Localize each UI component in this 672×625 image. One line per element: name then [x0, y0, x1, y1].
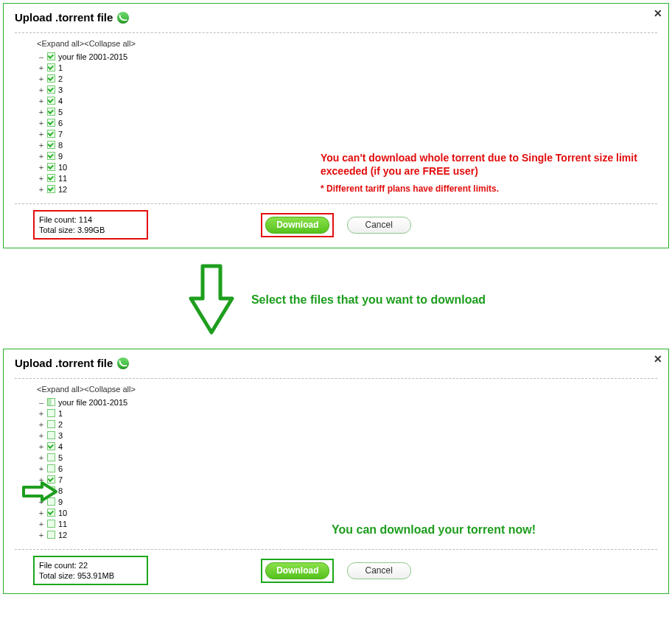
- checkbox[interactable]: [47, 420, 55, 428]
- expand-toggle[interactable]: +: [37, 453, 46, 462]
- down-arrow-icon: [186, 263, 237, 337]
- expand-toggle[interactable]: +: [37, 174, 46, 183]
- checkbox[interactable]: [47, 152, 55, 160]
- tree-item: +7: [37, 474, 657, 485]
- app-icon: [117, 12, 129, 24]
- tree-root-row: – your file 2001-2015: [37, 397, 657, 408]
- app-icon: [117, 357, 129, 369]
- expand-toggle[interactable]: +: [37, 108, 46, 116]
- download-button[interactable]: Download: [265, 217, 329, 234]
- expand-toggle[interactable]: +: [37, 185, 46, 194]
- tree-item: +5: [37, 452, 657, 463]
- root-label: your file 2001-2015: [58, 398, 127, 407]
- expand-toggle[interactable]: +: [37, 431, 46, 440]
- expand-toggle[interactable]: +: [37, 509, 46, 517]
- checkbox[interactable]: [47, 141, 55, 149]
- expand-toggle[interactable]: +: [37, 141, 46, 150]
- children-list-2: +1+2+3+4+5+6+7+8+9+10+11+12: [37, 408, 657, 540]
- close-button[interactable]: ✕: [654, 7, 662, 19]
- checkbox[interactable]: [47, 409, 55, 417]
- checkbox[interactable]: [47, 185, 55, 193]
- tree-root-row: – your file 2001-2015: [37, 51, 657, 62]
- close-button[interactable]: ✕: [654, 353, 662, 365]
- annotation-error: You can't download whole torrent due to …: [321, 151, 659, 195]
- cancel-button[interactable]: Cancel: [347, 562, 411, 579]
- expand-toggle[interactable]: +: [37, 409, 46, 418]
- item-label: 4: [58, 97, 63, 105]
- item-label: 7: [58, 475, 63, 484]
- checkbox[interactable]: [47, 119, 55, 127]
- tree-item: +10: [37, 507, 657, 518]
- button-row: Download Cancel: [15, 213, 657, 237]
- item-label: 5: [58, 453, 63, 462]
- dialog-title: Upload .torrent file: [15, 357, 657, 369]
- download-button[interactable]: Download: [265, 562, 329, 579]
- checkbox[interactable]: [47, 442, 55, 450]
- item-label: 3: [58, 431, 63, 440]
- item-label: 11: [58, 520, 67, 528]
- expand-toggle[interactable]: +: [37, 97, 46, 105]
- expand-toggle[interactable]: +: [37, 152, 46, 161]
- upload-dialog-1: ✕ Upload .torrent file <Expand all><Coll…: [3, 3, 669, 248]
- expand-toggle[interactable]: +: [37, 464, 46, 473]
- root-label: your file 2001-2015: [58, 52, 127, 61]
- checkbox[interactable]: [47, 531, 55, 539]
- checkbox[interactable]: [47, 130, 55, 138]
- checkbox[interactable]: [47, 509, 55, 517]
- item-label: 12: [58, 531, 67, 540]
- item-label: 5: [58, 108, 63, 116]
- item-label: 2: [58, 420, 63, 429]
- item-label: 8: [58, 141, 63, 150]
- title-text: Upload .torrent file: [15, 11, 113, 24]
- expand-toggle[interactable]: +: [37, 531, 46, 540]
- checkbox[interactable]: [47, 97, 55, 105]
- expand-toggle[interactable]: +: [37, 85, 46, 94]
- expand-toggle[interactable]: +: [37, 420, 46, 429]
- collapse-all-link[interactable]: <Collapse all>: [84, 39, 136, 48]
- annotation-success: You can download your torrent now!: [332, 523, 536, 537]
- checkbox[interactable]: [47, 63, 55, 71]
- expand-toggle[interactable]: +: [37, 520, 46, 528]
- item-label: 3: [58, 85, 63, 94]
- file-tree: – your file 2001-2015 +1+2+3+4+5+6+7+8+9…: [37, 397, 657, 540]
- checkbox[interactable]: [47, 398, 55, 406]
- tree-item: +8: [37, 485, 657, 496]
- checkbox[interactable]: [47, 174, 55, 182]
- checkbox[interactable]: [47, 163, 55, 171]
- checkbox[interactable]: [47, 464, 55, 472]
- item-label: 9: [58, 152, 63, 161]
- title-text: Upload .torrent file: [15, 357, 113, 369]
- expand-toggle[interactable]: –: [37, 398, 46, 407]
- highlight-download: Download: [261, 559, 334, 583]
- checkbox[interactable]: [47, 85, 55, 94]
- cancel-button[interactable]: Cancel: [347, 217, 411, 234]
- middle-annotation: Select the files that you want to downlo…: [0, 263, 672, 337]
- expand-toggle[interactable]: +: [37, 442, 46, 451]
- expand-toggle[interactable]: +: [37, 119, 46, 128]
- expand-all-link[interactable]: <Expand all>: [37, 39, 84, 48]
- expand-toggle[interactable]: –: [37, 52, 46, 61]
- tree-item: +1: [37, 408, 657, 419]
- tree-item: +6: [37, 117, 657, 128]
- checkbox[interactable]: [47, 453, 55, 461]
- expand-toggle[interactable]: +: [37, 63, 46, 72]
- checkbox[interactable]: [47, 52, 55, 60]
- item-label: 9: [58, 497, 63, 506]
- tree-item: +3: [37, 84, 657, 95]
- item-label: 11: [58, 174, 67, 183]
- expand-toggle[interactable]: +: [37, 163, 46, 172]
- checkbox[interactable]: [47, 108, 55, 116]
- expand-all-link[interactable]: <Expand all>: [37, 385, 84, 394]
- item-label: 12: [58, 185, 67, 194]
- expand-toggle[interactable]: +: [37, 130, 46, 139]
- checkbox[interactable]: [47, 74, 55, 83]
- tree-item: +2: [37, 419, 657, 430]
- tree-controls: <Expand all><Collapse all>: [37, 39, 657, 48]
- item-label: 10: [58, 163, 67, 172]
- item-label: 10: [58, 509, 67, 517]
- collapse-all-link[interactable]: <Collapse all>: [84, 385, 136, 394]
- checkbox[interactable]: [47, 520, 55, 528]
- item-label: 6: [58, 464, 63, 473]
- expand-toggle[interactable]: +: [37, 74, 46, 83]
- checkbox[interactable]: [47, 431, 55, 439]
